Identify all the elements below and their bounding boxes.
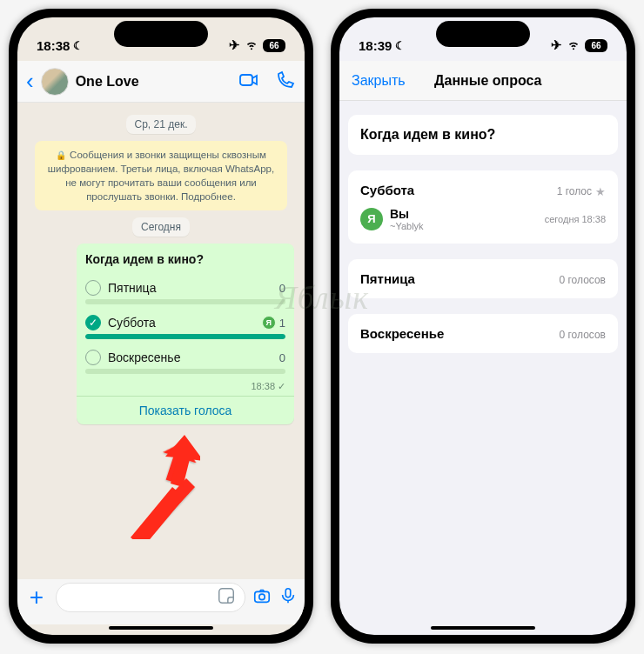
encryption-notice[interactable]: 🔒Сообщения и звонки защищены сквозным ши… <box>35 141 287 210</box>
focus-moon-icon: ☾ <box>395 39 406 52</box>
phone-right: 18:39 ☾ ✈︎ 66 Закрыть Данные опроса Когд… <box>331 9 635 644</box>
svg-point-3 <box>259 594 265 599</box>
question-card: Когда идем в кино? <box>348 115 618 155</box>
chat-input-bar: + <box>17 579 305 624</box>
status-time: 18:39 <box>359 38 392 53</box>
focus-moon-icon: ☾ <box>73 39 84 52</box>
page-title: Данные опроса <box>362 73 614 89</box>
star-icon: ★ <box>595 185 606 198</box>
chat-header: ‹ One Love <box>17 61 305 103</box>
home-indicator <box>431 626 535 630</box>
poll-bubble: Когда идем в кино? Пятница 0 ✓ Суббота <box>77 244 294 424</box>
camera-button[interactable] <box>252 586 272 609</box>
voter-avatar-icon: Я <box>262 316 276 330</box>
result-card: Воскресенье 0 голосов <box>348 314 618 353</box>
poll-details-body[interactable]: Когда идем в кино? Суббота 1 голос ★ Я В… <box>339 101 627 624</box>
svg-rect-2 <box>255 591 270 602</box>
poll-option[interactable]: Воскресенье 0 <box>85 344 285 379</box>
svg-rect-4 <box>285 589 291 597</box>
poll-question: Когда идем в кино? <box>85 252 285 266</box>
voter-row[interactable]: Я Вы ~Yablyk сегодня 18:38 <box>360 207 606 231</box>
chat-body[interactable]: Ср, 21 дек. 🔒Сообщения и звонки защищены… <box>17 103 305 579</box>
wifi-icon <box>245 37 258 54</box>
voter-avatar: Я <box>360 208 383 230</box>
radio-unchecked-icon[interactable] <box>85 350 101 365</box>
home-indicator <box>109 626 213 630</box>
radio-checked-icon[interactable]: ✓ <box>85 315 101 330</box>
battery-indicator: 66 <box>263 39 285 52</box>
svg-rect-0 <box>240 75 252 85</box>
voice-call-button[interactable] <box>275 70 296 94</box>
lock-icon: 🔒 <box>56 150 66 160</box>
video-call-button[interactable] <box>238 70 259 94</box>
result-card: Суббота 1 голос ★ Я Вы ~Yablyk сегодня 1… <box>348 170 618 244</box>
phone-left: 18:38 ☾ ✈︎ 66 ‹ One Love <box>9 9 313 644</box>
dynamic-island <box>114 21 208 47</box>
result-card: Пятница 0 голосов <box>348 259 618 298</box>
message-timestamp: 18:38✓ <box>85 381 285 392</box>
chat-title[interactable]: One Love <box>76 74 231 90</box>
dynamic-island <box>436 21 530 47</box>
poll-option[interactable]: Пятница 0 <box>85 275 285 310</box>
attach-button[interactable]: + <box>24 584 49 611</box>
mic-button[interactable] <box>278 586 298 609</box>
wifi-icon <box>567 37 580 54</box>
radio-unchecked-icon[interactable] <box>85 280 101 296</box>
today-chip: Сегодня <box>24 217 298 237</box>
poll-option[interactable]: ✓ Суббота Я 1 <box>85 310 285 344</box>
status-time: 18:38 <box>37 38 70 53</box>
show-votes-button[interactable]: Показать голоса <box>85 397 285 419</box>
sticker-icon[interactable] <box>217 586 236 609</box>
avatar[interactable] <box>41 68 69 96</box>
sent-check-icon: ✓ <box>278 381 285 391</box>
poll-details-header: Закрыть Данные опроса <box>339 61 627 101</box>
message-input[interactable] <box>56 583 245 612</box>
date-chip: Ср, 21 дек. <box>24 115 298 134</box>
svg-rect-1 <box>219 589 234 604</box>
battery-indicator: 66 <box>585 39 607 52</box>
airplane-icon: ✈︎ <box>551 37 562 53</box>
airplane-icon: ✈︎ <box>229 37 240 53</box>
back-button[interactable]: ‹ <box>26 68 34 95</box>
